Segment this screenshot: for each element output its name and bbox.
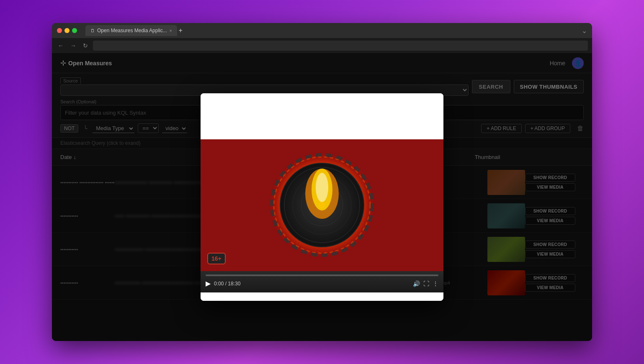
browser-window: 🗒 Open Measures Media Applic... × + ⌄ ← … <box>52 23 592 341</box>
time-display: 0:00 / 18:30 <box>214 281 240 287</box>
video-thumbnail: 16+ <box>201 139 443 271</box>
svg-point-10 <box>316 173 328 202</box>
tab-favicon: 🗒 <box>90 28 95 33</box>
back-button[interactable]: ← <box>56 41 65 50</box>
modal-bottom-space <box>201 292 443 301</box>
refresh-button[interactable]: ↻ <box>81 41 90 50</box>
minimize-window-button[interactable] <box>64 28 70 33</box>
volume-icon[interactable]: 🔊 <box>413 280 420 287</box>
address-input[interactable] <box>93 41 588 51</box>
modal-top-space <box>201 93 443 139</box>
controls-row: ▶ 0:00 / 18:30 🔊 ⛶ ⋮ <box>206 279 438 287</box>
maximize-window-button[interactable] <box>72 28 77 33</box>
traffic-lights <box>57 28 77 33</box>
address-bar: ← → ↻ <box>52 38 592 53</box>
video-container: 16+ ▶ 0:00 / 18:30 🔊 ⛶ <box>201 139 443 292</box>
modal-overlay[interactable]: 16+ ▶ 0:00 / 18:30 🔊 ⛶ <box>52 53 592 341</box>
new-tab-button[interactable]: + <box>179 27 183 34</box>
controls-right: 🔊 ⛶ ⋮ <box>413 280 438 287</box>
browser-menu-icon[interactable]: ⌄ <box>582 27 587 35</box>
age-rating-badge: 16+ <box>207 253 226 264</box>
app-content: ⊹ Open Measures Home 👤 Source SEARCH SHO… <box>52 53 592 341</box>
tab-title: Open Measures Media Applic... <box>97 28 167 33</box>
video-still-svg <box>201 139 443 271</box>
browser-tab[interactable]: 🗒 Open Measures Media Applic... × <box>85 25 177 36</box>
close-window-button[interactable] <box>57 28 62 33</box>
play-button[interactable]: ▶ <box>206 279 211 287</box>
video-modal: 16+ ▶ 0:00 / 18:30 🔊 ⛶ <box>201 93 443 301</box>
tab-close-button[interactable]: × <box>170 28 172 33</box>
more-options-icon[interactable]: ⋮ <box>433 280 438 287</box>
video-controls: ▶ 0:00 / 18:30 🔊 ⛶ ⋮ <box>201 271 443 292</box>
video-progress-bar[interactable] <box>206 274 438 276</box>
forward-button[interactable]: → <box>69 41 78 50</box>
title-bar: 🗒 Open Measures Media Applic... × + ⌄ <box>52 23 592 38</box>
fullscreen-icon[interactable]: ⛶ <box>423 280 429 287</box>
tab-bar: 🗒 Open Measures Media Applic... × + <box>85 25 183 36</box>
